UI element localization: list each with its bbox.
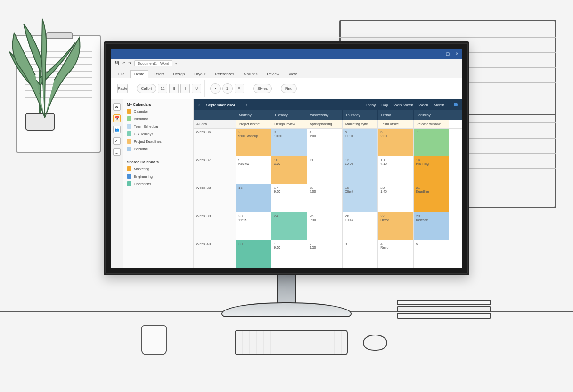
calendar-cell[interactable]: 201:45 <box>378 184 413 212</box>
calendar-cell[interactable]: 21Deadline <box>414 184 449 212</box>
calendar-grid[interactable]: Week 3629:00 Standup310:3041:00511:0062:… <box>194 129 462 268</box>
window-minimize-button[interactable]: — <box>436 51 441 56</box>
font-size-selector[interactable]: 11 <box>158 84 167 93</box>
date-number: 10 <box>274 158 304 162</box>
underline-button[interactable]: U <box>192 84 201 93</box>
sidebar-calendar-item[interactable]: US Holidays <box>123 130 193 138</box>
coffee-cup <box>141 325 167 355</box>
monitor-stand-neck <box>277 275 296 305</box>
nav-item-0[interactable]: ✉ <box>113 103 121 111</box>
chevron-down-icon[interactable]: ▾ <box>175 62 177 65</box>
window-close-button[interactable]: ✕ <box>455 51 459 56</box>
font-name-selector[interactable]: Calibri <box>137 84 156 93</box>
calendar-cell[interactable]: 9Review <box>236 156 271 184</box>
color-swatch <box>127 147 131 151</box>
allday-event[interactable]: Marketing sync <box>343 120 378 129</box>
ribbon-tab-mailings[interactable]: Mailings <box>240 71 261 78</box>
sidebar-calendar-item[interactable]: Project Deadlines <box>123 138 193 145</box>
ribbon-tab-references[interactable]: References <box>211 71 238 78</box>
allday-event[interactable]: Design review <box>271 120 307 129</box>
calendar-prev-icon[interactable]: ‹ <box>198 103 200 107</box>
calendar-view-tab-today[interactable]: Today <box>366 103 376 107</box>
ribbon-tab-layout[interactable]: Layout <box>190 71 209 78</box>
allday-event[interactable]: Team offsite <box>378 120 413 129</box>
desk-scene: — ▢ ✕ 💾 ↶ ↷ Document1 - Word ▾ FileHomeI… <box>0 0 573 392</box>
ribbon-tab-file[interactable]: File <box>115 71 128 78</box>
calendar-next-icon[interactable]: › <box>246 103 248 107</box>
calendar-cell[interactable]: 30 <box>236 240 271 268</box>
sidebar-calendar-item[interactable]: Marketing <box>123 165 193 172</box>
sidebar-calendar-item[interactable]: Operations <box>123 180 193 188</box>
numbering-button[interactable]: 1. <box>222 83 233 94</box>
sidebar-calendar-item[interactable]: Personal <box>123 145 193 153</box>
calendar-cell[interactable]: 29:00 Standup <box>236 129 271 156</box>
calendar-toolbar: ‹ September 2024 › TodayDayWork WeekWeek… <box>194 99 462 110</box>
nav-item-4[interactable]: … <box>113 148 121 156</box>
find-button[interactable]: Find <box>281 84 297 93</box>
nav-item-3[interactable]: ✓ <box>113 137 121 145</box>
calendar-cell[interactable]: 253:30 <box>307 212 343 240</box>
ribbon-tab-insert[interactable]: Insert <box>150 71 167 78</box>
calendar-cell[interactable]: 3 <box>343 240 378 268</box>
nav-item-1[interactable]: 📅 <box>113 114 121 122</box>
calendar-cell[interactable]: 1210:00 <box>343 156 378 184</box>
sidebar-heading-shared: Shared Calendars <box>123 157 193 165</box>
calendar-cell[interactable]: 41:00 <box>307 129 343 156</box>
calendar-view-tab-week[interactable]: Week <box>418 103 428 107</box>
calendar-view-tab-day[interactable]: Day <box>381 103 388 107</box>
calendar-cell[interactable]: 28Release <box>414 212 449 240</box>
calendar-cell[interactable]: 11 <box>307 156 343 184</box>
allday-event[interactable]: Project kickoff <box>236 120 271 129</box>
sidebar-calendar-item[interactable]: Engineering <box>123 172 193 180</box>
ribbon-tab-design[interactable]: Design <box>169 71 188 78</box>
italic-button[interactable]: I <box>180 84 190 93</box>
calendar-cell[interactable]: 21:30 <box>307 240 343 268</box>
window-maximize-button[interactable]: ▢ <box>445 51 450 56</box>
align-button[interactable]: ≡ <box>235 84 244 93</box>
styles-gallery[interactable]: Styles <box>253 84 272 93</box>
undo-icon[interactable]: ↶ <box>122 61 125 65</box>
save-icon[interactable]: 💾 <box>115 61 119 65</box>
ribbon-tab-review[interactable]: Review <box>263 71 283 78</box>
calendar-cell[interactable]: 2610:45 <box>343 212 378 240</box>
calendar-cell[interactable]: 24 <box>271 212 307 240</box>
ribbon-tab-view[interactable]: View <box>285 71 301 78</box>
calendar-cell[interactable]: 16 <box>236 184 271 212</box>
calendar-cell[interactable]: 310:30 <box>271 129 307 156</box>
desk-plant-left <box>0 0 90 122</box>
redo-icon[interactable]: ↷ <box>128 61 131 65</box>
calendar-cell[interactable]: 7 <box>414 129 449 156</box>
sidebar-calendar-item[interactable]: Calendar <box>123 107 193 115</box>
calendar-cell[interactable]: 134:15 <box>378 156 413 184</box>
sidebar-item-label: Calendar <box>134 109 148 114</box>
calendar-cell[interactable]: 5 <box>414 240 449 268</box>
calendar-cell[interactable]: 182:00 <box>307 184 343 212</box>
calendar-cell[interactable]: 2311:15 <box>236 212 271 240</box>
calendar-cell[interactable]: 62:30 <box>378 129 413 156</box>
calendar-header-day: Friday <box>378 110 413 120</box>
week-label: Week 40 <box>194 240 236 268</box>
ribbon-tab-home[interactable]: Home <box>130 70 148 78</box>
event-label: Deadline <box>416 190 446 194</box>
allday-event[interactable]: Release window <box>414 120 449 129</box>
calendar-cell[interactable]: 27Demo <box>378 212 413 240</box>
calendar-cell[interactable]: 179:30 <box>271 184 307 212</box>
calendar-header-spacer <box>194 110 236 120</box>
sidebar-calendar-item[interactable]: Birthdays <box>123 115 193 122</box>
bold-button[interactable]: B <box>169 84 179 93</box>
sidebar-calendar-item[interactable]: Team Schedule <box>123 122 193 130</box>
allday-event[interactable]: Sprint planning <box>307 120 343 129</box>
bullets-button[interactable]: • <box>210 83 221 94</box>
calendar-cell[interactable]: 4Retro <box>378 240 413 268</box>
nav-item-2[interactable]: 👥 <box>113 126 121 133</box>
calendar-cell[interactable]: 511:00 <box>343 129 378 156</box>
color-swatch <box>127 139 131 144</box>
paste-button[interactable]: Paste <box>117 84 128 93</box>
calendar-view-tab-work-week[interactable]: Work Week <box>393 103 413 107</box>
calendar-view-tab-month[interactable]: Month <box>434 103 444 107</box>
color-swatch <box>127 166 131 171</box>
calendar-cell[interactable]: 14Planning <box>414 156 449 184</box>
calendar-cell[interactable]: 19:00 <box>271 240 307 268</box>
calendar-cell[interactable]: 103:00 <box>271 156 307 184</box>
calendar-cell[interactable]: 19Client <box>343 184 378 212</box>
